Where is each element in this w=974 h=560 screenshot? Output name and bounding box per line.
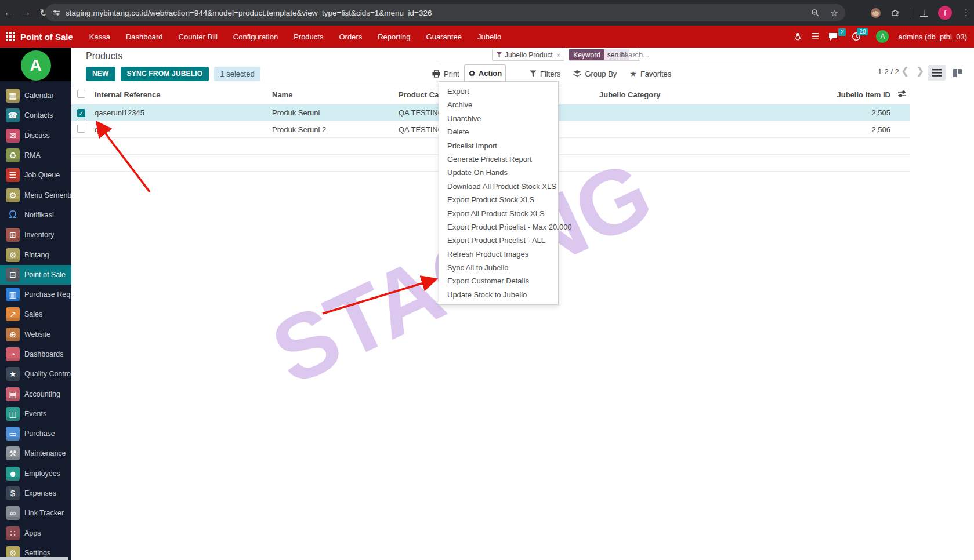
menu-counter-bill[interactable]: Counter Bill [179,32,218,41]
link-tracker-icon: ∞ [6,506,20,520]
menu-item-export-product-pricelist-all[interactable]: Export Product Pricelist - ALL [439,234,558,247]
select-all-checkbox[interactable] [77,90,85,98]
sidebar-item-accounting[interactable]: ▤Accounting [0,384,71,403]
zoom-search-icon[interactable] [811,9,820,17]
downloads-icon[interactable]: ↓ [920,9,928,17]
search-bar[interactable]: Jubelio Product × Keyword seruni × Searc… [438,48,974,63]
sidebar-item-bintang[interactable]: ⚙Bintang [0,245,71,264]
sidebar-item-menu-sementara[interactable]: ⚙Menu Sementara [0,185,71,205]
sidebar-item-sales[interactable]: ↗Sales [0,304,71,324]
rma-icon: ♻ [6,148,20,162]
sidebar-label: Discuss [24,132,50,140]
company-avatar[interactable]: A [21,50,51,81]
column-header-jubelio-category[interactable]: Jubelio Category [596,85,790,104]
sidebar-item-job-queue[interactable]: ☰Job Queue [0,165,71,185]
menu-kassa[interactable]: Kassa [89,32,110,41]
sidebar-item-dashboards[interactable]: ◔Dashboards [0,344,71,364]
apps-grid-icon[interactable] [6,32,15,41]
print-button[interactable]: Print [432,70,459,78]
new-button[interactable]: NEW [86,67,115,81]
menu-item-archive[interactable]: Archive [439,98,558,111]
sidebar-item-expenses[interactable]: $Expenses [0,483,71,503]
sidebar-item-quality-control[interactable]: ★Quality Control [0,364,71,384]
sidebar-item-rma[interactable]: ♻RMA [0,146,71,165]
browser-menu-icon[interactable]: ⋮ [962,8,971,18]
sidebar-item-link-tracker[interactable]: ∞Link Tracker [0,503,71,523]
sync-from-jubelio-button[interactable]: SYNC FROM JUBELIO [121,67,209,81]
menu-dashboard[interactable]: Dashboard [126,32,163,41]
browser-profile-avatar[interactable]: f [938,6,952,20]
sidebar-item-purchase-requisition[interactable]: ▥Purchase Reque... [0,285,71,304]
sidebar-item-calendar[interactable]: ▦Calendar [0,86,71,106]
menu-item-pricelist-import[interactable]: Pricelist Import [439,139,558,152]
menu-item-generate-pricelist-report[interactable]: Generate Pricelist Report [439,152,558,166]
menu-item-update-stock-to-jubelio[interactable]: Update Stock to Jubelio [439,288,558,301]
menu-orders[interactable]: Orders [339,32,362,41]
sidebar-item-inventory[interactable]: ⊞Inventory [0,225,71,245]
menu-item-export-all-product-stock-xls[interactable]: Export All Product Stock XLS [439,207,558,220]
sidebar-item-apps[interactable]: ∷Apps [0,523,71,543]
sidebar-item-point-of-sale[interactable]: ⊟Point of Sale [0,265,71,285]
sidebar-scrollbar[interactable] [0,557,68,560]
list-panel-icon[interactable]: ☰ [812,31,819,42]
menu-item-export-product-pricelist-max-20000[interactable]: Export Product Pricelist - Max 20.000 [439,220,558,234]
menu-item-export-customer-details[interactable]: Export Customer Details [439,274,558,288]
menu-item-update-on-hands[interactable]: Update On Hands [439,166,558,179]
filters-button[interactable]: Filters [530,70,560,78]
column-header-name[interactable]: Name [269,85,395,104]
optional-columns-icon[interactable] [894,85,910,104]
extensions-puzzle-icon[interactable] [890,8,900,17]
inventory-icon: ⊞ [6,228,20,242]
browser-back-button[interactable]: ← [0,7,17,19]
facet-jubelio-product[interactable]: Jubelio Product × [492,49,564,61]
sidebar-item-discuss[interactable]: ✉Discuss [0,126,71,146]
sidebar-item-website[interactable]: ⊕Website [0,325,71,344]
menu-item-unarchive[interactable]: Unarchive [439,112,558,125]
menu-item-delete[interactable]: Delete [439,125,558,139]
sidebar-item-purchase[interactable]: ▭Purchase [0,424,71,443]
favorites-button[interactable]: ★ Favorites [629,69,671,78]
sidebar-item-employees[interactable]: ☻Employees [0,464,71,483]
kanban-view-switch[interactable] [948,65,966,81]
menu-item-refresh-product-images[interactable]: Refresh Product Images [439,248,558,261]
sidebar-item-notifikasi[interactable]: ΩNotifikasi [0,205,71,225]
menu-item-export-product-stock-xls[interactable]: Export Product Stock XLS [439,193,558,206]
address-bar[interactable]: staging.mybintang.co.id/web#action=944&m… [45,4,845,21]
group-by-button[interactable]: Group By [573,70,617,78]
menu-jubelio[interactable]: Jubelio [477,32,501,41]
site-info-icon[interactable] [52,9,60,17]
search-input[interactable]: Search... [619,50,649,59]
bintang-gear-icon: ⚙ [6,248,20,262]
debug-bug-icon[interactable] [794,32,802,41]
user-menu[interactable]: admins (db_ptbi_03) [898,32,967,41]
app-name[interactable]: Point of Sale [20,32,73,42]
menu-item-download-all-product-stock-xls[interactable]: Download All Product Stock XLS [439,180,558,193]
column-header-jubelio-item-id[interactable]: Jubelio Item ID [790,85,894,104]
user-avatar[interactable]: A [876,30,889,43]
sidebar-item-events[interactable]: ◫Events [0,404,71,424]
menu-reporting[interactable]: Reporting [378,32,410,41]
pager-next-icon[interactable]: ❯ [916,65,924,77]
menu-item-export[interactable]: Export [439,85,558,98]
action-menu-button[interactable]: Action [464,64,506,82]
sidebar-label: Point of Sale [24,271,66,279]
row-checkbox[interactable]: ✓ [77,109,85,117]
pager-previous-icon[interactable]: ❮ [901,65,909,77]
messages-icon[interactable]: 2 [828,32,839,41]
sidebar-item-maintenance[interactable]: ⚒Maintenance [0,443,71,463]
tampermonkey-extension-icon[interactable] [871,8,881,18]
url-text[interactable]: staging.mybintang.co.id/web#action=944&m… [66,9,811,17]
column-header-internal-reference[interactable]: Internal Reference [91,85,269,104]
activities-clock-icon[interactable]: 20 [852,32,861,41]
cell-name: Produk Seruni [269,104,395,121]
facet-remove-icon[interactable]: × [557,52,560,59]
menu-guarantee[interactable]: Guarantee [426,32,462,41]
menu-products[interactable]: Products [294,32,323,41]
list-view-switch[interactable] [928,65,946,81]
sidebar-item-contacts[interactable]: ☎Contacts [0,106,71,125]
menu-configuration[interactable]: Configuration [233,32,278,41]
row-checkbox[interactable] [77,125,85,133]
bookmark-star-icon[interactable]: ☆ [830,8,838,19]
browser-forward-button[interactable]: → [17,7,35,19]
menu-item-sync-all-to-jubelio[interactable]: Sync All to Jubelio [439,261,558,274]
